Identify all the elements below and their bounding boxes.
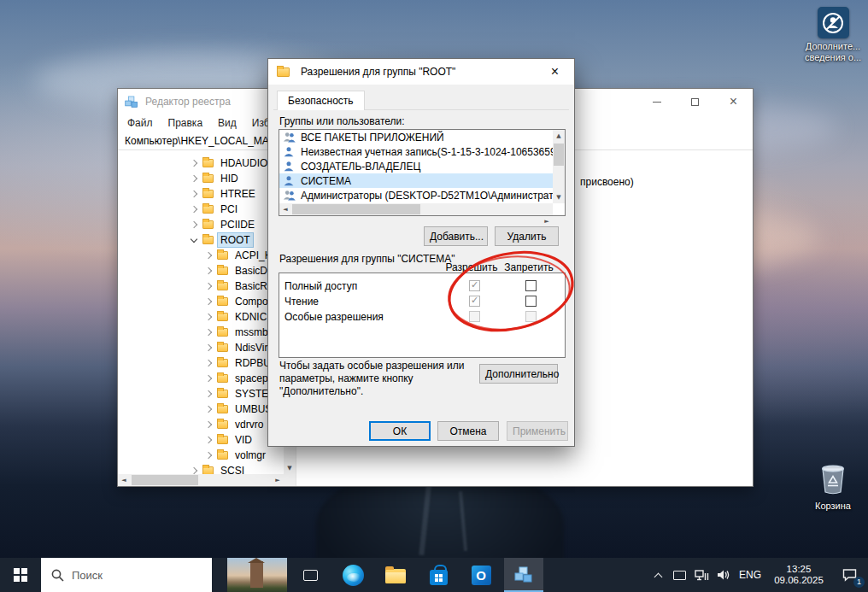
chevron-icon[interactable] — [205, 406, 212, 413]
scroll-right-icon[interactable] — [272, 474, 284, 486]
scrollbar-thumb[interactable] — [132, 475, 198, 485]
deny-checkbox[interactable] — [525, 296, 537, 307]
deny-checkbox[interactable] — [525, 311, 537, 322]
chevron-icon[interactable] — [191, 235, 197, 242]
dialog-close-button[interactable] — [536, 59, 574, 85]
tray-display-button[interactable] — [668, 558, 690, 592]
scroll-right-icon[interactable] — [541, 215, 553, 227]
chevron-icon[interactable] — [191, 467, 197, 474]
scrollbar-thumb[interactable] — [292, 204, 420, 214]
apply-button[interactable]: Применить — [507, 421, 568, 441]
chevron-icon[interactable] — [191, 160, 197, 167]
remove-button[interactable]: Удалить — [495, 226, 559, 246]
desktop-icon-recycle-bin[interactable]: Корзина — [803, 461, 863, 512]
taskbar-registry-editor-button[interactable] — [504, 558, 543, 592]
advanced-button[interactable]: Дополнительно — [479, 364, 558, 384]
tree-item[interactable]: spacep — [118, 371, 284, 386]
scroll-up-icon[interactable] — [553, 130, 565, 142]
chevron-icon[interactable] — [205, 283, 212, 290]
taskbar-file-explorer-button[interactable] — [376, 558, 415, 592]
allow-checkbox[interactable] — [469, 311, 480, 322]
tree-item[interactable]: PCI — [118, 202, 284, 217]
chevron-icon[interactable] — [205, 252, 212, 259]
group-list-item[interactable]: Неизвестная учетная запись(S-1-15-3-1024… — [279, 144, 553, 159]
chevron-icon[interactable] — [205, 390, 212, 397]
tree-item[interactable]: UMBUS — [118, 402, 284, 417]
group-list-item[interactable]: ВСЕ ПАКЕТЫ ПРИЛОЖЕНИЙ — [279, 130, 553, 144]
tree-item[interactable]: BasicDi — [118, 263, 284, 278]
scroll-left-icon[interactable] — [279, 203, 291, 215]
tree-item[interactable]: HID — [118, 171, 284, 186]
menu-file[interactable]: Файл — [120, 117, 161, 129]
chevron-icon[interactable] — [205, 360, 212, 366]
scroll-down-icon[interactable] — [284, 462, 296, 474]
add-button[interactable]: Добавить... — [424, 226, 488, 246]
chevron-icon[interactable] — [191, 190, 197, 197]
start-button[interactable] — [0, 558, 41, 592]
tree-item[interactable]: volmgr — [118, 448, 284, 463]
taskbar-clock[interactable]: 13:25 09.06.2025 — [765, 558, 832, 592]
chevron-icon[interactable] — [205, 329, 212, 336]
allow-checkbox[interactable] — [469, 280, 480, 291]
action-center-button[interactable]: 1 — [832, 558, 868, 592]
tree-item[interactable]: BasicRe — [118, 278, 284, 294]
chevron-icon[interactable] — [205, 267, 212, 274]
tree-item[interactable]: mssmb — [118, 325, 284, 340]
tab-security[interactable]: Безопасность — [277, 91, 365, 110]
deny-checkbox[interactable] — [525, 280, 537, 291]
dialog-titlebar[interactable]: Разрешения для группы "ROOT" — [268, 59, 574, 85]
chevron-icon[interactable] — [205, 314, 212, 320]
desktop-icon-info[interactable]: Дополните... сведения о... — [803, 7, 863, 63]
group-list-item[interactable]: СИСТЕМА — [279, 173, 553, 188]
taskbar-search-box[interactable]: Поиск — [41, 558, 212, 592]
group-list-item[interactable]: СОЗДАТЕЛЬ-ВЛАДЕЛЕЦ — [279, 159, 553, 173]
taskbar-outlook-button[interactable] — [461, 558, 501, 592]
allow-checkbox[interactable] — [469, 296, 480, 307]
taskbar-image-widget[interactable] — [227, 558, 287, 592]
tree-item[interactable]: SCSI — [118, 463, 284, 474]
tree-item[interactable]: NdisVir — [118, 340, 284, 355]
tree-item[interactable]: ROOT — [118, 232, 284, 248]
groups-horizontal-scrollbar[interactable] — [279, 203, 553, 215]
groups-vertical-scrollbar[interactable] — [553, 130, 565, 203]
maximize-button[interactable] — [676, 89, 714, 114]
hidden-icons-button[interactable] — [648, 558, 668, 592]
scroll-left-icon[interactable] — [118, 474, 130, 486]
tree-item[interactable]: HDAUDIO — [118, 155, 284, 171]
chevron-icon[interactable] — [191, 175, 197, 182]
tree-horizontal-scrollbar[interactable] — [118, 474, 284, 486]
chevron-icon[interactable] — [205, 437, 212, 443]
ok-button[interactable]: ОК — [369, 421, 431, 441]
chevron-icon[interactable] — [205, 298, 212, 305]
scroll-down-icon[interactable] — [553, 191, 565, 203]
taskbar-store-button[interactable] — [419, 558, 458, 592]
tree-item[interactable]: PCIIDE — [118, 217, 284, 232]
tree-item[interactable]: Compo — [118, 294, 284, 309]
group-list-item[interactable]: Администраторы (DESKTOP-D52TM1O\Админист… — [279, 188, 553, 202]
tray-network-button[interactable] — [690, 558, 713, 592]
tree-item[interactable]: vdrvro — [118, 417, 284, 432]
advanced-hint-text: Чтобы задать особые разрешения или парам… — [279, 360, 478, 398]
taskbar-task-view-button[interactable] — [290, 558, 330, 592]
tree-item[interactable]: VID — [118, 432, 284, 448]
tree-item[interactable]: HTREE — [118, 186, 284, 202]
tray-volume-button[interactable] — [713, 558, 735, 592]
minimize-button[interactable] — [637, 89, 676, 114]
cancel-button[interactable]: Отмена — [437, 421, 499, 441]
chevron-icon[interactable] — [191, 221, 197, 228]
taskbar-edge-button[interactable] — [333, 558, 372, 592]
language-indicator[interactable]: ENG — [735, 558, 765, 592]
close-button[interactable] — [714, 89, 753, 114]
chevron-icon[interactable] — [205, 452, 212, 459]
chevron-icon[interactable] — [205, 375, 212, 382]
menu-edit[interactable]: Правка — [161, 117, 211, 129]
chevron-icon[interactable] — [205, 421, 212, 428]
tree-item[interactable]: KDNIC — [118, 309, 284, 325]
tree-item[interactable]: SYSTEM — [118, 386, 284, 402]
chevron-icon[interactable] — [205, 344, 212, 351]
tree-item[interactable]: ACPI_H — [118, 248, 284, 263]
tree-item[interactable]: RDPBU — [118, 355, 284, 371]
scrollbar-thumb[interactable] — [554, 144, 564, 166]
menu-view[interactable]: Вид — [210, 117, 244, 129]
chevron-icon[interactable] — [191, 206, 197, 213]
